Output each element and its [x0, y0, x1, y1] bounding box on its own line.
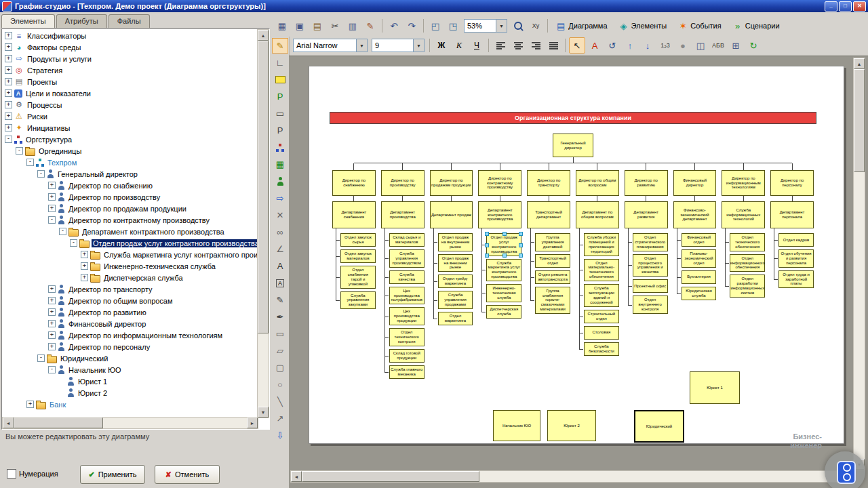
org-box-unit[interactable]: Отдел материально-технического обеспечен… — [584, 259, 619, 282]
tree-item[interactable]: +Директор по снабжению — [2, 180, 258, 191]
org-box-floating[interactable]: Юридический — [634, 410, 684, 443]
selection-handle[interactable] — [519, 243, 523, 247]
textbox-tool-icon[interactable]: A — [272, 275, 288, 291]
tree-item[interactable]: -Оргединицы — [2, 145, 258, 157]
scroll-right-button[interactable]: ► — [247, 418, 258, 428]
expand-icon[interactable]: + — [5, 55, 12, 62]
tree-item[interactable]: +Директор по развитию — [2, 306, 258, 318]
org-box-department[interactable]: Департамент персонала — [770, 201, 814, 228]
scroll-down-button[interactable]: ▼ — [258, 407, 269, 418]
expand-icon[interactable]: + — [48, 308, 56, 316]
tree-item[interactable]: +◕Факторы среды — [2, 41, 258, 53]
org-box-department[interactable]: Финансово-экономический департамент — [673, 201, 717, 228]
org-box-unit[interactable]: Отдел технического контроля — [389, 328, 425, 346]
tree-item[interactable]: -Генеральный директор — [2, 168, 258, 180]
org-box-department[interactable]: Департамент по общим вопросам — [576, 201, 619, 228]
org-box-unit[interactable]: Служба управления закупками — [340, 291, 376, 310]
arrow-diag-tool-icon[interactable]: ↗ — [272, 411, 288, 426]
font-color-icon[interactable]: A — [587, 37, 603, 54]
tree-item[interactable]: +Директор по транспорту — [2, 283, 258, 295]
org-box-department[interactable]: Департамент контрактного производства — [478, 201, 521, 228]
tree-item[interactable]: +Финансовый директор — [2, 318, 258, 329]
table-grid-icon[interactable]: ⊞ — [728, 37, 744, 54]
tree-item[interactable]: +Банк — [2, 399, 258, 410]
org-box-unit[interactable]: Отдел продаж на внутреннем рынке — [438, 233, 473, 251]
maximize-button[interactable]: □ — [839, 1, 852, 12]
numbering-icon[interactable]: 1₂3 — [657, 37, 673, 54]
tree-item[interactable]: -Юридический — [2, 352, 258, 364]
arrow-down-tool-icon[interactable]: ⇩ — [272, 428, 288, 443]
org-box-department[interactable]: Служба информационных технологий — [722, 201, 765, 228]
expand-icon[interactable]: + — [48, 285, 56, 293]
org-box-director[interactable]: Директор по контрактному производству — [478, 170, 521, 196]
pencil-tool-icon[interactable]: ✎ — [272, 292, 288, 308]
italic-button[interactable]: К — [451, 37, 467, 54]
org-box-floating[interactable]: Юрист 2 — [547, 410, 596, 441]
tree-item[interactable]: +Директор по производству — [2, 191, 258, 203]
org-box-director[interactable]: Директор по снабжению — [332, 170, 376, 196]
selection-handle[interactable] — [485, 243, 489, 247]
scenarios-button[interactable]: »Сценарии — [728, 20, 785, 32]
org-box-unit[interactable]: Строительный отдел — [584, 310, 619, 323]
elements-button[interactable]: ◈Элементы — [614, 20, 673, 32]
org-box-unit[interactable]: Отдел процессного управления и качества — [633, 254, 668, 277]
color-circle-icon[interactable]: ● — [675, 37, 691, 54]
font-combo[interactable]: Arial Narrow▼ — [293, 39, 368, 52]
org-box-unit[interactable]: Отдел маркетинга — [438, 312, 473, 325]
expand-icon[interactable]: + — [48, 182, 56, 189]
angle-tool-icon[interactable]: ∠ — [272, 241, 288, 257]
selection-handle[interactable] — [485, 232, 489, 236]
tree-item[interactable]: +≡Классификаторы — [2, 30, 258, 41]
org-box-floating[interactable]: Начальник ЮО — [493, 410, 540, 441]
org-box-unit[interactable]: Отдел снабжения тарой и упаковкой — [340, 266, 376, 289]
connector-tool-icon[interactable]: ∟ — [272, 55, 288, 70]
tree-item[interactable]: +▤Проекты — [2, 76, 258, 87]
scroll-up-button[interactable]: ▲ — [258, 30, 269, 41]
numbering-checkbox[interactable] — [7, 469, 16, 479]
tree-item[interactable]: +Директор по персоналу — [2, 341, 258, 352]
scrollbar-thumb[interactable] — [258, 41, 269, 333]
size-combo[interactable]: 9▼ — [372, 39, 425, 52]
collapse-icon[interactable]: - — [5, 136, 12, 143]
tree-item[interactable]: +⚙Процессы — [2, 99, 258, 110]
selection-handle[interactable] — [519, 253, 523, 258]
org-box-unit[interactable]: Бухгалтерия — [682, 270, 717, 284]
org-box-unit[interactable]: Служба безопасности — [584, 342, 619, 356]
tree-item[interactable]: +Директор по продажам продукции — [2, 203, 258, 214]
org-box-unit[interactable]: Отдел ремонта автотранспорта — [535, 270, 570, 284]
org-box-director[interactable]: Директор по общим вопросам — [576, 170, 619, 196]
org-box-unit[interactable]: Склад готовой продукции — [389, 349, 425, 363]
org-box-unit[interactable]: Служба главного механика — [389, 365, 425, 379]
org-box-director[interactable]: Директор по транспорту — [527, 170, 570, 196]
spellcheck-icon[interactable]: АБВ — [710, 37, 726, 54]
expand-icon[interactable]: + — [5, 101, 12, 108]
org-box-unit[interactable]: Группа управления доставкой — [535, 233, 570, 251]
tree-item[interactable]: -Оргструктура — [2, 134, 258, 145]
link-tool-icon[interactable]: ∞ — [272, 224, 288, 240]
events-button[interactable]: ✶События — [673, 20, 726, 32]
expand-icon[interactable]: + — [5, 66, 12, 74]
org-box-unit[interactable]: Служба качества — [389, 270, 425, 284]
collapse-icon[interactable]: - — [16, 147, 23, 155]
redo-icon[interactable]: ↷ — [403, 18, 420, 34]
apply-button[interactable]: ✔Применить — [80, 465, 145, 484]
expand-icon[interactable]: + — [48, 320, 56, 327]
org-box-unit[interactable]: Юридическая служба — [682, 287, 717, 300]
org-box-unit[interactable]: Отдел технического обеспечения — [730, 233, 765, 251]
copy-icon[interactable]: ▣ — [292, 18, 308, 34]
selection-handle[interactable] — [519, 232, 523, 236]
orgtree-tool-icon[interactable] — [272, 140, 288, 155]
parallelogram-tool-icon[interactable]: ▱ — [272, 343, 288, 359]
collapse-icon[interactable]: - — [37, 170, 45, 178]
org-box-unit[interactable]: Столовая — [584, 326, 619, 340]
org-box-unit[interactable]: Отдел внутреннего контроля — [633, 296, 668, 314]
window-cascade-icon[interactable]: ◳ — [445, 18, 461, 34]
tree-item[interactable]: +AЦели и показатели — [2, 87, 258, 99]
org-box-director[interactable]: Директор по персоналу — [770, 170, 814, 196]
org-box-unit[interactable]: Отдел кадров — [778, 233, 814, 247]
tree-horizontal-scrollbar[interactable]: ◄ ► — [2, 417, 258, 429]
tab-files[interactable]: Файлы — [108, 14, 150, 28]
expand-icon[interactable]: + — [26, 401, 34, 408]
move-down-icon[interactable]: ↓ — [639, 37, 656, 54]
org-box-unit[interactable]: Отдел информационного обеспечения — [730, 254, 765, 272]
